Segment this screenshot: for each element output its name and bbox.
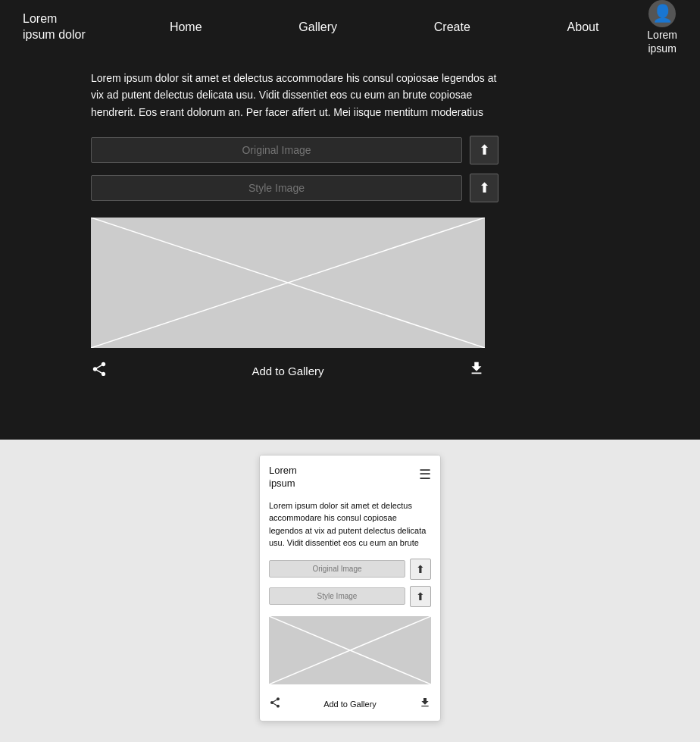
mobile-original-image-upload-row: ⬆	[260, 559, 440, 586]
nav-link-about[interactable]: About	[567, 20, 599, 34]
mobile-preview-placeholder	[269, 616, 431, 684]
mobile-description: Lorem ipsum dolor sit amet et delectus a…	[260, 496, 440, 559]
desktop-description: Lorem ipsum dolor sit amet et delectus a…	[91, 70, 500, 121]
mobile-preview-area	[269, 616, 431, 684]
navbar: Lorem ipsum dolor Home Gallery Create Ab…	[0, 0, 700, 55]
mobile-share-icon[interactable]	[269, 697, 281, 712]
mobile-actions-row: Add to Gallery	[260, 692, 440, 721]
navbar-user[interactable]: 👤 Lorem ipsum	[647, 0, 677, 55]
share-icon[interactable]	[91, 361, 108, 381]
mobile-original-image-upload-button[interactable]: ⬆	[410, 559, 431, 580]
mobile-menu-icon[interactable]: ☰	[419, 466, 431, 483]
style-image-input[interactable]	[91, 175, 462, 201]
download-icon[interactable]	[468, 360, 485, 381]
desktop-preview-area	[91, 218, 485, 348]
original-image-input[interactable]	[91, 137, 462, 163]
desktop-view: Lorem ipsum dolor Home Gallery Create Ab…	[0, 0, 700, 440]
navbar-brand: Lorem ipsum dolor	[23, 11, 121, 43]
nav-link-home[interactable]: Home	[170, 20, 202, 34]
mobile-add-to-gallery-label[interactable]: Add to Gallery	[281, 700, 419, 709]
navbar-links: Home Gallery Create About	[121, 20, 647, 34]
upload-icon-style: ⬆	[479, 180, 490, 196]
avatar-icon: 👤	[648, 0, 676, 27]
mobile-brand: Lorem ipsum	[269, 465, 297, 490]
original-image-upload-button[interactable]: ⬆	[470, 136, 498, 164]
desktop-preview-placeholder	[91, 218, 485, 348]
mobile-header: Lorem ipsum ☰	[260, 456, 440, 496]
style-image-upload-button[interactable]: ⬆	[470, 174, 498, 202]
mobile-style-image-input[interactable]	[269, 587, 405, 605]
style-image-upload-row: ⬆	[91, 174, 670, 202]
mobile-style-image-upload-button[interactable]: ⬆	[410, 586, 431, 607]
upload-icon-original: ⬆	[479, 142, 490, 158]
nav-link-gallery[interactable]: Gallery	[298, 20, 337, 34]
mobile-download-icon[interactable]	[419, 697, 431, 712]
mobile-original-image-input[interactable]	[269, 560, 405, 578]
add-to-gallery-label[interactable]: Add to Gallery	[108, 365, 468, 377]
mobile-upload-icon-style: ⬆	[416, 590, 425, 603]
desktop-actions-row: Add to Gallery	[91, 360, 485, 381]
original-image-upload-row: ⬆	[91, 136, 670, 164]
desktop-main-content: Lorem ipsum dolor sit amet et delectus a…	[0, 55, 700, 404]
mobile-style-image-upload-row: ⬆	[260, 586, 440, 613]
mobile-view: Lorem ipsum ☰ Lorem ipsum dolor sit amet…	[259, 455, 441, 722]
mobile-view-container: Lorem ipsum ☰ Lorem ipsum dolor sit amet…	[0, 440, 700, 737]
nav-link-create[interactable]: Create	[434, 20, 470, 34]
mobile-upload-icon-original: ⬆	[416, 563, 425, 575]
